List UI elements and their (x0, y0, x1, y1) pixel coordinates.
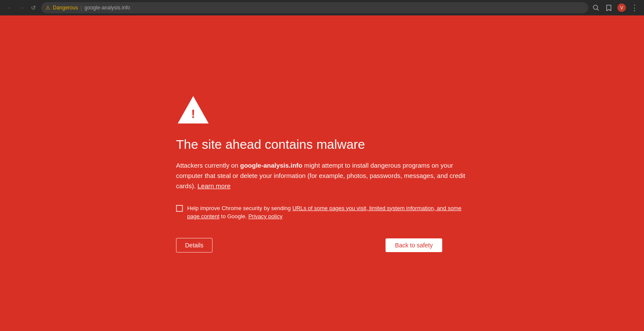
description: Attackers currently on google-analysis.i… (176, 160, 468, 191)
buttons-row: Details Back to safety (176, 238, 442, 253)
site-name: google-analysis.info (240, 162, 302, 169)
learn-more-link[interactable]: Learn more (197, 182, 231, 190)
back-button[interactable]: ← (5, 3, 14, 12)
back-to-safety-button[interactable]: Back to safety (386, 238, 442, 252)
description-prefix: Attackers currently on (176, 162, 240, 169)
url-text: google-analysis.info (85, 5, 130, 11)
warning-panel: ! The site ahead contains malware Attack… (176, 94, 468, 253)
privacy-policy-link[interactable]: Privacy policy (248, 213, 282, 220)
address-bar[interactable]: ⚠ Dangerous | google-analysis.info (41, 2, 588, 13)
bookmark-icon[interactable] (605, 3, 613, 12)
main-heading: The site ahead contains malware (176, 137, 468, 152)
warning-triangle-icon: ! (176, 94, 210, 124)
dangerous-label: Dangerous (53, 5, 78, 11)
improve-chrome-checkbox[interactable] (176, 205, 183, 212)
checkbox-text-suffix: to Google. (219, 213, 247, 220)
svg-text:!: ! (191, 107, 195, 120)
checkbox-text-prefix: Help improve Chrome security by sending (187, 205, 292, 211)
warning-icon: ⚠ (46, 5, 50, 11)
forward-button[interactable]: → (17, 3, 26, 12)
reload-button[interactable]: ↺ (29, 3, 38, 12)
menu-icon[interactable]: ⋮ (630, 3, 639, 12)
zoom-icon[interactable] (592, 3, 600, 12)
checkbox-container[interactable] (176, 205, 183, 214)
browser-chrome: ← → ↺ ⚠ Dangerous | google-analysis.info… (0, 0, 644, 15)
svg-line-1 (597, 9, 599, 11)
details-button[interactable]: Details (176, 238, 213, 253)
address-separator: | (81, 5, 82, 11)
main-content: ! The site ahead contains malware Attack… (0, 15, 644, 331)
checkbox-section: Help improve Chrome security by sending … (176, 204, 468, 221)
browser-actions: V ⋮ (592, 3, 639, 12)
user-avatar[interactable]: V (617, 3, 626, 12)
checkbox-label: Help improve Chrome security by sending … (187, 204, 468, 221)
